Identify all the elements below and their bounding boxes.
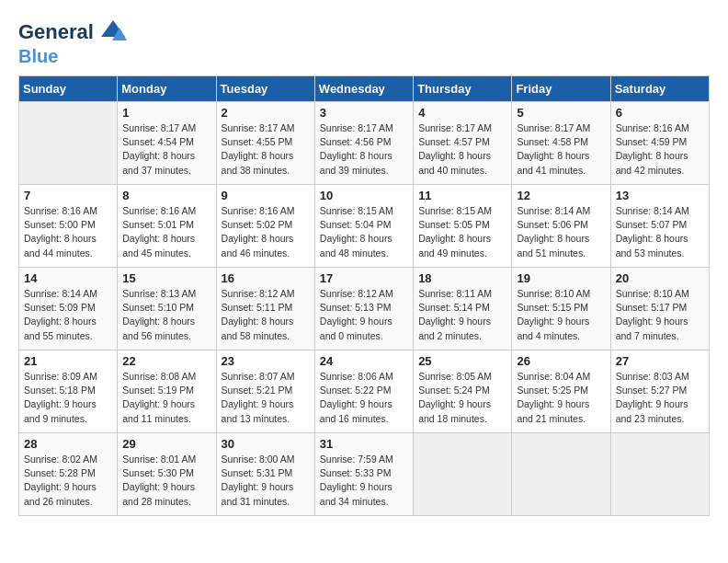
calendar-cell: 4Sunrise: 8:17 AMSunset: 4:57 PMDaylight…	[414, 102, 512, 185]
day-info: Sunrise: 7:59 AMSunset: 5:33 PMDaylight:…	[320, 453, 408, 509]
calendar-cell: 22Sunrise: 8:08 AMSunset: 5:19 PMDayligh…	[118, 350, 216, 433]
day-info: Sunrise: 8:15 AMSunset: 5:05 PMDaylight:…	[418, 204, 506, 260]
calendar-cell	[610, 433, 709, 516]
calendar-body: 1Sunrise: 8:17 AMSunset: 4:54 PMDaylight…	[19, 102, 710, 516]
day-info: Sunrise: 8:16 AMSunset: 5:01 PMDaylight:…	[122, 204, 210, 260]
day-info: Sunrise: 8:15 AMSunset: 5:04 PMDaylight:…	[320, 204, 408, 260]
day-number: 2	[222, 106, 310, 120]
day-number: 7	[24, 189, 112, 202]
calendar-cell	[512, 433, 610, 516]
day-info: Sunrise: 8:03 AMSunset: 5:27 PMDaylight:…	[616, 370, 704, 426]
calendar-cell: 12Sunrise: 8:14 AMSunset: 5:06 PMDayligh…	[512, 185, 610, 268]
calendar-cell	[414, 433, 512, 516]
day-info: Sunrise: 8:10 AMSunset: 5:17 PMDaylight:…	[616, 287, 704, 343]
calendar-cell: 25Sunrise: 8:05 AMSunset: 5:24 PMDayligh…	[414, 350, 512, 433]
header-cell-wednesday: Wednesday	[314, 76, 413, 102]
day-info: Sunrise: 8:04 AMSunset: 5:25 PMDaylight:…	[517, 370, 605, 426]
calendar-cell: 29Sunrise: 8:01 AMSunset: 5:30 PMDayligh…	[118, 433, 216, 516]
day-number: 8	[122, 189, 210, 202]
calendar-header-row: SundayMondayTuesdayWednesdayThursdayFrid…	[19, 76, 710, 102]
day-number: 22	[122, 354, 210, 368]
day-info: Sunrise: 8:08 AMSunset: 5:19 PMDaylight:…	[122, 370, 210, 426]
day-number: 17	[320, 271, 408, 285]
calendar-cell: 8Sunrise: 8:16 AMSunset: 5:01 PMDaylight…	[118, 185, 216, 268]
page-header: General Blue	[18, 18, 710, 66]
day-info: Sunrise: 8:12 AMSunset: 5:11 PMDaylight:…	[222, 287, 310, 343]
day-info: Sunrise: 8:14 AMSunset: 5:07 PMDaylight:…	[616, 204, 704, 260]
day-number: 18	[418, 271, 506, 285]
day-number: 30	[222, 437, 310, 451]
header-cell-monday: Monday	[118, 76, 216, 102]
calendar-week-row: 21Sunrise: 8:09 AMSunset: 5:18 PMDayligh…	[19, 350, 710, 433]
day-info: Sunrise: 8:16 AMSunset: 4:59 PMDaylight:…	[616, 121, 704, 178]
header-cell-thursday: Thursday	[414, 76, 512, 102]
day-number: 31	[320, 437, 408, 451]
calendar-cell: 3Sunrise: 8:17 AMSunset: 4:56 PMDaylight…	[314, 102, 413, 185]
day-number: 26	[517, 354, 605, 368]
day-info: Sunrise: 8:09 AMSunset: 5:18 PMDaylight:…	[24, 370, 112, 426]
calendar-cell: 26Sunrise: 8:04 AMSunset: 5:25 PMDayligh…	[512, 350, 610, 433]
day-info: Sunrise: 8:11 AMSunset: 5:14 PMDaylight:…	[418, 287, 506, 343]
logo: General Blue	[18, 18, 127, 66]
day-number: 20	[616, 271, 704, 285]
day-info: Sunrise: 8:17 AMSunset: 4:54 PMDaylight:…	[122, 121, 210, 178]
calendar-cell: 10Sunrise: 8:15 AMSunset: 5:04 PMDayligh…	[314, 185, 413, 268]
logo-icon	[99, 18, 127, 46]
calendar-week-row: 7Sunrise: 8:16 AMSunset: 5:00 PMDaylight…	[19, 185, 710, 268]
calendar-cell: 19Sunrise: 8:10 AMSunset: 5:15 PMDayligh…	[512, 268, 610, 350]
day-info: Sunrise: 8:16 AMSunset: 5:00 PMDaylight:…	[24, 204, 112, 260]
header-cell-saturday: Saturday	[610, 76, 709, 102]
day-info: Sunrise: 8:17 AMSunset: 4:58 PMDaylight:…	[517, 121, 605, 178]
day-number: 12	[517, 189, 605, 202]
calendar-cell: 31Sunrise: 7:59 AMSunset: 5:33 PMDayligh…	[314, 433, 413, 516]
day-info: Sunrise: 8:01 AMSunset: 5:30 PMDaylight:…	[122, 453, 210, 509]
day-number: 24	[320, 354, 408, 368]
calendar-cell: 21Sunrise: 8:09 AMSunset: 5:18 PMDayligh…	[19, 350, 118, 433]
calendar-cell: 14Sunrise: 8:14 AMSunset: 5:09 PMDayligh…	[19, 268, 118, 350]
day-info: Sunrise: 8:10 AMSunset: 5:15 PMDaylight:…	[517, 287, 605, 343]
day-number: 14	[24, 271, 112, 285]
calendar-cell: 9Sunrise: 8:16 AMSunset: 5:02 PMDaylight…	[216, 185, 314, 268]
calendar-cell: 30Sunrise: 8:00 AMSunset: 5:31 PMDayligh…	[216, 433, 314, 516]
day-number: 1	[122, 106, 210, 120]
calendar-cell: 7Sunrise: 8:16 AMSunset: 5:00 PMDaylight…	[19, 185, 118, 268]
logo-text: General	[18, 21, 94, 43]
calendar-cell: 16Sunrise: 8:12 AMSunset: 5:11 PMDayligh…	[216, 268, 314, 350]
calendar-cell	[19, 102, 118, 185]
calendar-week-row: 28Sunrise: 8:02 AMSunset: 5:28 PMDayligh…	[19, 433, 710, 516]
calendar-cell: 11Sunrise: 8:15 AMSunset: 5:05 PMDayligh…	[414, 185, 512, 268]
calendar-cell: 17Sunrise: 8:12 AMSunset: 5:13 PMDayligh…	[314, 268, 413, 350]
day-number: 21	[24, 354, 112, 368]
calendar-cell: 28Sunrise: 8:02 AMSunset: 5:28 PMDayligh…	[19, 433, 118, 516]
day-number: 13	[616, 189, 704, 202]
day-number: 19	[517, 271, 605, 285]
day-number: 9	[222, 189, 310, 202]
header-cell-tuesday: Tuesday	[216, 76, 314, 102]
day-number: 23	[222, 354, 310, 368]
day-number: 5	[517, 106, 605, 120]
day-info: Sunrise: 8:12 AMSunset: 5:13 PMDaylight:…	[320, 287, 408, 343]
day-info: Sunrise: 8:07 AMSunset: 5:21 PMDaylight:…	[222, 370, 310, 426]
calendar-cell: 1Sunrise: 8:17 AMSunset: 4:54 PMDaylight…	[118, 102, 216, 185]
day-info: Sunrise: 8:16 AMSunset: 5:02 PMDaylight:…	[222, 204, 310, 260]
calendar-cell: 27Sunrise: 8:03 AMSunset: 5:27 PMDayligh…	[610, 350, 709, 433]
calendar-cell: 23Sunrise: 8:07 AMSunset: 5:21 PMDayligh…	[216, 350, 314, 433]
day-info: Sunrise: 8:17 AMSunset: 4:55 PMDaylight:…	[222, 121, 310, 178]
day-info: Sunrise: 8:17 AMSunset: 4:57 PMDaylight:…	[418, 121, 506, 178]
day-number: 6	[616, 106, 704, 120]
day-number: 28	[24, 437, 112, 451]
day-info: Sunrise: 8:14 AMSunset: 5:09 PMDaylight:…	[24, 287, 112, 343]
calendar-table: SundayMondayTuesdayWednesdayThursdayFrid…	[18, 75, 710, 516]
day-info: Sunrise: 8:02 AMSunset: 5:28 PMDaylight:…	[24, 453, 112, 509]
header-cell-sunday: Sunday	[19, 76, 118, 102]
logo-subtext: Blue	[18, 46, 127, 66]
day-info: Sunrise: 8:13 AMSunset: 5:10 PMDaylight:…	[122, 287, 210, 343]
calendar-cell: 20Sunrise: 8:10 AMSunset: 5:17 PMDayligh…	[610, 268, 709, 350]
day-info: Sunrise: 8:14 AMSunset: 5:06 PMDaylight:…	[517, 204, 605, 260]
header-cell-friday: Friday	[512, 76, 610, 102]
calendar-cell: 2Sunrise: 8:17 AMSunset: 4:55 PMDaylight…	[216, 102, 314, 185]
calendar-week-row: 1Sunrise: 8:17 AMSunset: 4:54 PMDaylight…	[19, 102, 710, 185]
day-info: Sunrise: 8:00 AMSunset: 5:31 PMDaylight:…	[222, 453, 310, 509]
day-number: 11	[418, 189, 506, 202]
calendar-cell: 24Sunrise: 8:06 AMSunset: 5:22 PMDayligh…	[314, 350, 413, 433]
